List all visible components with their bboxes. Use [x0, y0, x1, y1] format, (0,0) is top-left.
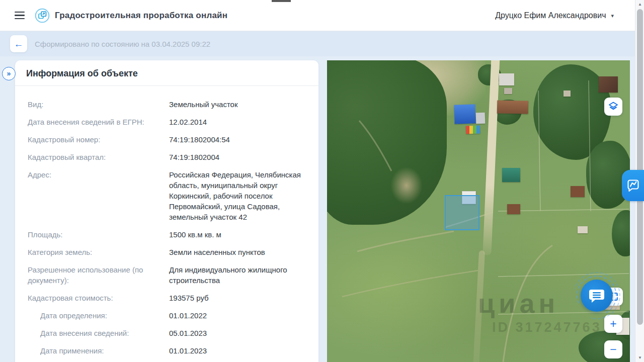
field-value: 74:19:1802004:54	[169, 134, 307, 145]
sub-header: ← Сформировано по состоянию на 03.04.202…	[0, 31, 635, 56]
info-row-vid: Вид: Земельный участок	[28, 99, 307, 110]
map-watermark: циан	[478, 288, 559, 319]
field-label: Вид:	[28, 99, 169, 110]
field-value: 1500 кв.м кв. м	[169, 229, 307, 240]
back-arrow-icon: ←	[14, 39, 24, 49]
map-house	[507, 204, 520, 214]
field-label: Адрес:	[28, 169, 169, 222]
field-label: Дата внесения сведений:	[28, 328, 169, 338]
zoom-out-button[interactable]: −	[604, 340, 622, 358]
scroll-down-arrow-icon[interactable]: ▼	[635, 353, 644, 362]
map-pin-icon	[626, 178, 640, 193]
field-value: 12.02.2014	[169, 117, 307, 127]
map-house-blue-roof	[454, 104, 475, 124]
field-value: Земли населенных пунктов	[169, 247, 307, 257]
field-value: Земельный участок	[169, 99, 307, 110]
object-info-panel: Информация об объекте Вид: Земельный уча…	[15, 60, 318, 362]
zoom-in-button[interactable]: +	[604, 315, 622, 333]
satellite-map[interactable]: циан ID 317247763	[327, 60, 630, 362]
field-value: Российская Федерация, Челябинская област…	[169, 169, 307, 222]
app-title: Градостроительная проработка онлайн	[55, 11, 227, 21]
layers-icon	[607, 101, 619, 113]
field-label: Площадь:	[28, 229, 169, 240]
chat-bubble-icon	[588, 288, 605, 304]
nspd-map-tab-button[interactable]	[622, 170, 644, 201]
field-label: Дата внесения сведений в ЕГРН:	[28, 117, 169, 127]
map-shed	[564, 90, 571, 97]
highlighted-parcel[interactable]	[445, 195, 479, 230]
map-shed	[504, 88, 512, 94]
generated-timestamp: Сформировано по состоянию на 03.04.2025 …	[35, 40, 210, 48]
minus-icon: −	[610, 344, 616, 355]
panel-title: Информация об объекте	[26, 68, 307, 79]
top-header: Градостроительная проработка онлайн Друц…	[0, 0, 635, 31]
field-label: Разрешенное использование (по документу)…	[28, 264, 169, 286]
info-row-area: Площадь: 1500 кв.м кв. м	[28, 229, 307, 240]
chevron-down-icon: ▾	[611, 13, 614, 19]
chat-button[interactable]	[581, 280, 613, 312]
field-value: 05.01.2023	[169, 328, 307, 338]
info-row-application-date: Дата применения: 01.01.2023	[28, 345, 307, 356]
field-value: 74:19:1802004	[169, 152, 307, 162]
map-shed	[578, 226, 588, 233]
info-row-land-category: Категория земель: Земли населенных пункт…	[28, 247, 307, 257]
scrollbar-thumb[interactable]	[637, 9, 643, 325]
field-label: Кадастровый номер:	[28, 134, 169, 145]
map-house-dark-roof	[599, 76, 618, 93]
map-house-teal-roof	[502, 168, 520, 182]
map-house	[571, 186, 585, 197]
info-row-determination-date: Дата определения: 01.01.2022	[28, 310, 307, 321]
chevron-double-right-icon: »	[7, 69, 11, 77]
menu-icon[interactable]	[14, 10, 26, 22]
map-structure-striped	[466, 126, 480, 134]
map-house	[499, 73, 514, 85]
field-value: 01.01.2022	[169, 310, 307, 321]
field-label: Категория земель:	[28, 247, 169, 257]
info-row-address: Адрес: Российская Федерация, Челябинская…	[28, 169, 307, 222]
plus-icon: +	[610, 318, 616, 330]
panel-collapse-button[interactable]: »	[2, 67, 16, 80]
map-layers-button[interactable]	[604, 98, 622, 116]
field-value: 193575 руб	[169, 293, 307, 303]
field-label: Кадастровый квартал:	[28, 152, 169, 162]
info-row-entry-date: Дата внесения сведений: 05.01.2023	[28, 328, 307, 338]
field-label: Дата применения:	[28, 345, 169, 356]
field-value: Для индивидуального жилищного строительс…	[169, 264, 307, 286]
panel-header: Информация об объекте	[15, 60, 318, 85]
info-row-permitted-use: Разрешенное использование (по документу)…	[28, 264, 307, 286]
app-logo-icon	[35, 8, 50, 23]
user-name: Друцко Ефим Александрович	[495, 11, 606, 20]
field-value: 01.01.2023	[169, 345, 307, 356]
map-shed	[476, 113, 486, 124]
field-label: Кадастровая стоимость:	[28, 293, 169, 303]
info-row-egrn-date: Дата внесения сведений в ЕГРН: 12.02.201…	[28, 117, 307, 127]
field-label: Дата определения:	[28, 310, 169, 321]
info-row-cadastral-number: Кадастровый номер: 74:19:1802004:54	[28, 134, 307, 145]
info-row-cadastral-value: Кадастровая стоимость: 193575 руб	[28, 293, 307, 303]
map-house-brown-roof	[497, 100, 528, 114]
user-menu[interactable]: Друцко Ефим Александрович ▾	[495, 0, 614, 31]
info-row-cadastral-block: Кадастровый квартал: 74:19:1802004	[28, 152, 307, 162]
scroll-up-arrow-icon[interactable]: ▲	[635, 0, 644, 9]
back-button[interactable]: ←	[10, 35, 27, 52]
top-notch-bar	[272, 0, 291, 2]
panel-body: Вид: Земельный участок Дата внесения све…	[15, 86, 318, 356]
map-watermark-id: ID 317247763	[492, 320, 602, 335]
